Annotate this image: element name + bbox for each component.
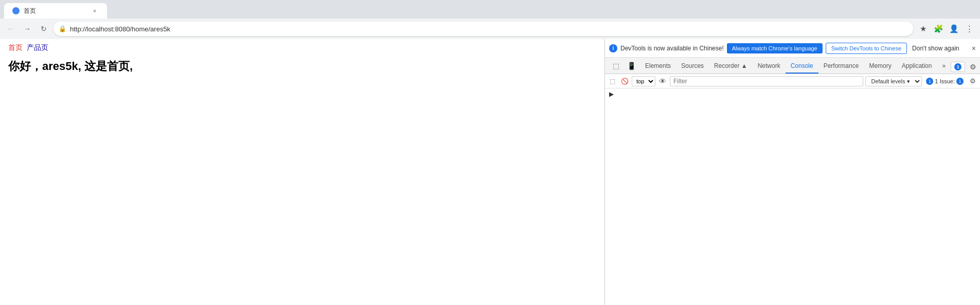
issues-count-display: 1 1 Issue: 1 — [924, 78, 966, 85]
tab-title: 首页 — [24, 7, 86, 15]
back-button[interactable]: ← — [4, 22, 17, 35]
more-button[interactable]: ⋮ — [963, 22, 976, 35]
console-expand-icon[interactable]: ▶ — [609, 91, 614, 98]
page-heading: 你好，ares5k, 这是首页, — [8, 59, 596, 74]
browser-tab[interactable]: 首页 × — [4, 3, 107, 19]
tab-memory[interactable]: Memory — [864, 59, 896, 74]
toolbar-right: ★ 🧩 👤 ⋮ — [916, 22, 976, 35]
lock-icon: 🔒 — [59, 25, 66, 32]
devtools-tabs: ⬚ 📱 Elements Sources Recorder ▲ Network … — [605, 58, 980, 74]
forward-button[interactable]: → — [21, 22, 34, 35]
console-toolbar: ⬚ 🚫 top 👁 Default levels ▾ 1 1 Issue: 1 … — [605, 74, 980, 88]
issues-badge[interactable]: 1 — [951, 62, 965, 72]
info-icon: i — [609, 44, 617, 52]
tab-more[interactable]: » — [937, 59, 951, 74]
page-content: 首页 产品页 你好，ares5k, 这是首页, — [0, 39, 604, 305]
notification-close-button[interactable]: × — [972, 44, 976, 52]
devtools-settings-button[interactable]: ⚙ — [966, 60, 979, 74]
address-bar: ← → ↻ 🔒 ★ 🧩 👤 ⋮ — [0, 19, 980, 39]
address-input[interactable] — [54, 22, 913, 36]
tab-close-button[interactable]: × — [91, 7, 99, 15]
tab-recorder[interactable]: Recorder ▲ — [709, 59, 753, 74]
dont-show-again-button[interactable]: Don't show again — [912, 45, 959, 52]
tab-console[interactable]: Console — [786, 59, 818, 74]
extensions-button[interactable]: 🧩 — [932, 22, 945, 35]
console-settings-button[interactable]: ⚙ — [968, 76, 978, 86]
issues-count-badge: 1 — [956, 78, 964, 85]
main-area: 首页 产品页 你好，ares5k, 这是首页, i DevTools is no… — [0, 39, 980, 305]
page-nav: 首页 产品页 — [8, 43, 596, 52]
device-toggle-button[interactable]: 📱 — [625, 59, 638, 73]
console-body: ▶ — [605, 88, 980, 305]
switch-devtools-button[interactable]: Switch DevTools to Chinese — [826, 43, 907, 54]
star-button[interactable]: ★ — [916, 22, 930, 35]
console-filter-input[interactable] — [670, 76, 863, 86]
devtools-left-icons: ⬚ 📱 — [607, 58, 640, 74]
console-clear-button[interactable]: 🚫 — [619, 76, 630, 86]
inspect-element-button[interactable]: ⬚ — [609, 59, 622, 73]
issues-count-icon: 1 — [926, 78, 933, 85]
devtools-panel: i DevTools is now available in Chinese! … — [604, 39, 980, 305]
tab-network[interactable]: Network — [753, 59, 786, 74]
reload-button[interactable]: ↻ — [37, 22, 50, 35]
tab-sources[interactable]: Sources — [676, 59, 709, 74]
issues-label: 1 Issue: — [935, 78, 955, 84]
devtools-notification: i DevTools is now available in Chinese! … — [605, 39, 980, 58]
tab-bar: 首页 × — [0, 0, 980, 19]
profile-button[interactable]: 👤 — [947, 22, 960, 35]
default-levels-select[interactable]: Default levels ▾ — [865, 76, 922, 86]
tab-favicon — [12, 7, 20, 14]
notif-message: DevTools is now available in Chinese! — [620, 45, 724, 52]
browser-chrome: 首页 × ← → ↻ 🔒 ★ 🧩 👤 ⋮ 首页 产品页 你好，ares5k, 这… — [0, 0, 980, 305]
tab-performance[interactable]: Performance — [818, 59, 864, 74]
console-sidebar-button[interactable]: ⬚ — [607, 76, 617, 86]
console-context-select[interactable]: top — [632, 76, 655, 86]
issues-icon: 1 — [954, 63, 961, 70]
tab-elements[interactable]: Elements — [640, 59, 676, 74]
always-match-button[interactable]: Always match Chrome's language — [727, 43, 823, 53]
console-prompt-row: ▶ — [605, 88, 980, 100]
tab-application[interactable]: Application — [897, 59, 937, 74]
devtools-tabs-right: 1 ⚙ ⋮ × — [951, 60, 980, 74]
console-eye-button[interactable]: 👁 — [657, 76, 668, 86]
address-wrapper: 🔒 — [54, 22, 913, 36]
nav-link-home[interactable]: 首页 — [8, 43, 23, 52]
nav-link-products[interactable]: 产品页 — [27, 43, 48, 52]
